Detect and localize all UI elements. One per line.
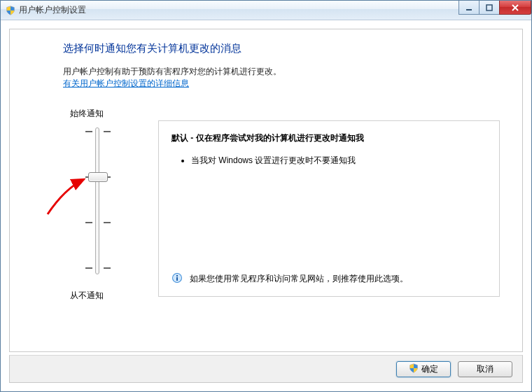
ok-button-label: 确定: [421, 363, 438, 375]
page-heading: 选择何时通知您有关计算机更改的消息: [63, 42, 503, 55]
titlebar: 用户帐户控制设置: [1, 1, 531, 20]
info-icon: [172, 272, 183, 284]
slider-area: 始终通知 从不通知 默认 - 仅在程序尝试对我的计算机进行: [63, 108, 503, 318]
slider-thumb[interactable]: [88, 172, 108, 182]
svg-rect-1: [486, 5, 492, 10]
slider-tick: [85, 131, 92, 132]
recommendation-row: 如果您使用常见程序和访问常见网站，则推荐使用此选项。: [172, 272, 486, 285]
uac-settings-window: 用户帐户控制设置 选择何时通知您有关计算机更改的消息 用户帐户控制有助于预防有害…: [0, 0, 532, 392]
level-detail-panel: 默认 - 仅在程序尝试对我的计算机进行更改时通知我 当我对 Windows 设置…: [158, 120, 500, 297]
ok-button[interactable]: 确定: [396, 361, 451, 377]
slider-tick: [85, 267, 92, 269]
svg-rect-0: [466, 9, 472, 10]
button-bar: 确定 取消: [9, 355, 523, 383]
content-area: 选择何时通知您有关计算机更改的消息 用户帐户控制有助于预防有害程序对您的计算机进…: [9, 29, 523, 352]
help-link[interactable]: 有关用户帐户控制设置的详细信息: [63, 78, 189, 90]
window-controls: [459, 1, 531, 15]
description-text: 用户帐户控制有助于预防有害程序对您的计算机进行更改。: [63, 65, 503, 78]
svg-rect-5: [176, 275, 178, 276]
level-bullet: 当我对 Windows 设置进行更改时不要通知我: [191, 154, 486, 167]
slider-tick: [104, 222, 111, 223]
annotation-arrow-icon: [43, 175, 99, 224]
level-bullet-list: 当我对 Windows 设置进行更改时不要通知我: [172, 154, 486, 167]
shield-icon: [409, 363, 419, 375]
slider-tick: [104, 267, 111, 269]
slider-track[interactable]: [95, 127, 99, 274]
level-title: 默认 - 仅在程序尝试对我的计算机进行更改时通知我: [172, 132, 486, 144]
maximize-button[interactable]: [479, 1, 500, 15]
slider-tick: [104, 131, 111, 132]
slider-label-never: 从不通知: [70, 290, 104, 302]
close-button[interactable]: [499, 1, 531, 15]
slider-label-always: 始终通知: [70, 108, 104, 120]
window-title: 用户帐户控制设置: [19, 4, 86, 16]
minimize-button[interactable]: [458, 1, 479, 15]
cancel-button-label: 取消: [477, 363, 493, 375]
recommendation-text: 如果您使用常见程序和访问常见网站，则推荐使用此选项。: [190, 272, 408, 285]
cancel-button[interactable]: 取消: [458, 361, 512, 377]
shield-icon: [5, 5, 16, 16]
slider-tick: [85, 222, 92, 223]
svg-rect-4: [176, 277, 178, 281]
